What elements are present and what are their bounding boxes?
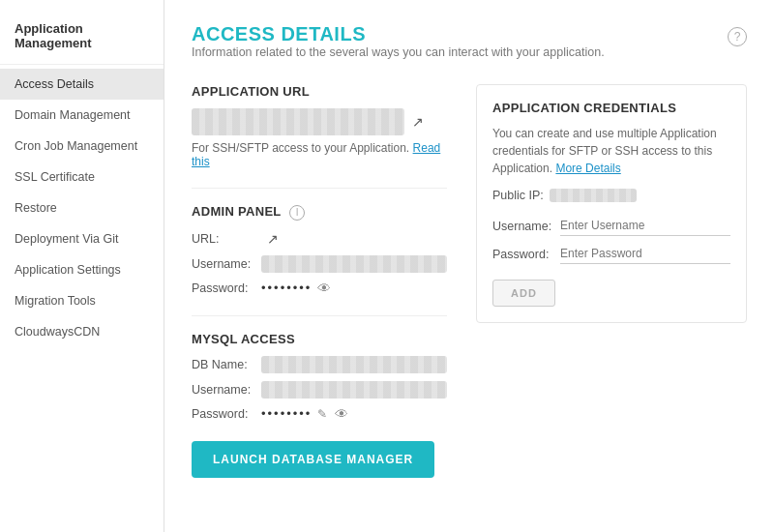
url-bar: ↗ [192, 108, 447, 135]
left-column: APPLICATION URL ↗ For SSH/SFTP access to… [192, 84, 447, 478]
page-title: ACCESS DETAILS [192, 23, 605, 45]
admin-panel-info-icon[interactable]: i [289, 205, 305, 221]
mysql-dbname-label: DB Name: [192, 358, 261, 371]
admin-url-label: URL: [192, 232, 261, 246]
credentials-password-row: Password: [492, 244, 730, 264]
launch-database-manager-button[interactable]: LAUNCH DATABASE MANAGER [192, 441, 434, 478]
mysql-password-label: Password: [192, 407, 261, 421]
mysql-password-edit-icon[interactable]: ✎ [317, 407, 327, 421]
application-url-title: APPLICATION URL [192, 84, 447, 99]
more-details-link[interactable]: More Details [555, 162, 620, 175]
mysql-dbname-row: DB Name: [192, 356, 447, 373]
external-link-icon[interactable]: ↗ [412, 114, 424, 130]
admin-username-value [261, 255, 447, 273]
sidebar-item-access-details[interactable]: Access Details [0, 69, 164, 100]
mysql-access-section: MYSQL ACCESS DB Name: Username: Password… [192, 332, 447, 422]
mysql-dbname-value [261, 356, 447, 373]
sidebar-title: Application Management [0, 10, 164, 65]
page-header: ACCESS DETAILS Information related to th… [192, 23, 747, 80]
sidebar-item-restore[interactable]: Restore [0, 192, 164, 223]
mysql-password-row: Password: •••••••• ✎ 👁 [192, 406, 447, 422]
credentials-username-row: Username: [492, 216, 730, 236]
credentials-section: APPLICATION CREDENTIALS You can create a… [476, 84, 747, 323]
credentials-title: APPLICATION CREDENTIALS [492, 101, 730, 115]
admin-external-link-icon[interactable]: ↗ [267, 231, 279, 247]
mysql-access-title: MYSQL ACCESS [192, 332, 447, 346]
sidebar-item-domain-management[interactable]: Domain Management [0, 100, 164, 131]
sidebar-item-ssl-certificate[interactable]: SSL Certificate [0, 162, 164, 192]
application-url-section: APPLICATION URL ↗ For SSH/SFTP access to… [192, 84, 447, 168]
divider-1 [192, 188, 447, 189]
page-subtitle: Information related to the several ways … [192, 45, 605, 59]
mysql-username-label: Username: [192, 383, 261, 397]
mysql-password-toggle-icon[interactable]: 👁 [335, 406, 348, 422]
admin-password-label: Password: [192, 281, 261, 295]
sidebar-item-deployment-via-git[interactable]: Deployment Via Git [0, 223, 164, 254]
admin-password-row: Password: •••••••• 👁 [192, 281, 447, 296]
mysql-username-row: Username: [192, 381, 447, 399]
public-ip-value [550, 189, 637, 202]
admin-panel-section: ADMIN PANEL i URL: ↗ Username: Password: [192, 204, 447, 296]
credentials-username-label: Username: [492, 220, 560, 233]
add-credentials-button[interactable]: ADD [492, 280, 555, 307]
credentials-username-input[interactable] [560, 216, 730, 236]
public-ip-row: Public IP: [492, 189, 730, 202]
admin-username-row: Username: [192, 255, 447, 273]
mysql-password-dots: •••••••• [261, 406, 312, 421]
credentials-password-label: Password: [492, 248, 560, 261]
main-content: ACCESS DETAILS Information related to th… [164, 0, 774, 532]
credentials-description: You can create and use multiple Applicat… [492, 125, 730, 177]
help-icon[interactable]: ? [728, 27, 747, 46]
admin-username-label: Username: [192, 257, 261, 271]
divider-2 [192, 315, 447, 316]
admin-password-dots: •••••••• [261, 281, 312, 295]
public-ip-label: Public IP: [492, 189, 544, 202]
sidebar-item-cloudwayscdn[interactable]: CloudwaysCDN [0, 316, 164, 347]
admin-url-row: URL: ↗ [192, 230, 447, 248]
url-hint: For SSH/SFTP access to your Application.… [192, 141, 447, 168]
sidebar-item-cron-job-management[interactable]: Cron Job Management [0, 131, 164, 162]
credentials-password-input[interactable] [560, 244, 730, 264]
sidebar-item-migration-tools[interactable]: Migration Tools [0, 285, 164, 316]
sidebar: Application Management Access Details Do… [0, 0, 164, 532]
mysql-username-value [261, 381, 447, 399]
admin-password-toggle-icon[interactable]: 👁 [317, 281, 331, 296]
sidebar-item-application-settings[interactable]: Application Settings [0, 254, 164, 285]
admin-panel-title: ADMIN PANEL i [192, 204, 447, 221]
content-grid: APPLICATION URL ↗ For SSH/SFTP access to… [192, 84, 747, 478]
application-url-value [192, 108, 404, 135]
